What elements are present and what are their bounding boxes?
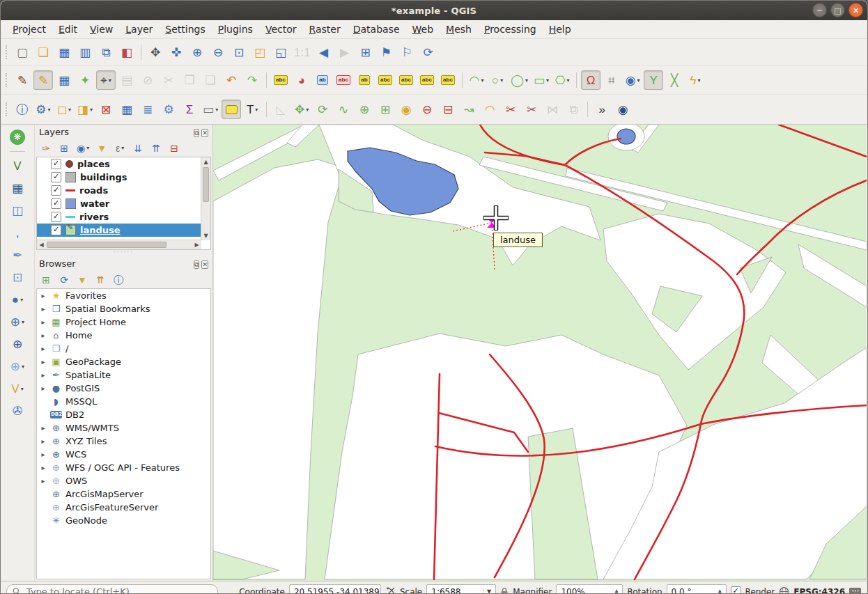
zoom-full[interactable]: ⊡ xyxy=(229,42,249,62)
add-spatialite-layer[interactable]: ✒ xyxy=(8,245,27,265)
new-virtual-layer[interactable]: V ▾ xyxy=(8,379,27,398)
layer-row[interactable]: ✓ rivers xyxy=(37,210,201,224)
layer-visibility-checkbox[interactable]: ✓ xyxy=(51,225,61,235)
browser-tree-item[interactable]: ▸ ⊕ XYZ Tiles xyxy=(37,435,210,448)
field-calculator[interactable]: ≣ xyxy=(138,100,157,119)
expand-arrow-icon[interactable]: ▸ xyxy=(40,371,47,379)
rotate-label[interactable]: abc xyxy=(417,70,437,90)
scroll-left-arrow[interactable]: ◀ xyxy=(37,240,46,249)
paste-features[interactable]: ❏ xyxy=(201,70,220,90)
add-raster-layer[interactable]: ▦ xyxy=(8,178,27,198)
scale-combobox[interactable]: 1:6588 ▼ xyxy=(426,584,496,594)
reshape-features[interactable]: ↝ xyxy=(459,100,479,119)
menu-web[interactable]: Web xyxy=(406,22,440,37)
layer-row[interactable]: ✓ water xyxy=(37,197,201,210)
open-project[interactable]: ❏ xyxy=(33,42,53,62)
cut-features[interactable]: ✂ xyxy=(159,70,178,90)
browser-tree-item[interactable]: DB2 DB2 xyxy=(37,408,210,421)
change-label[interactable]: abc xyxy=(438,70,458,90)
add-ellipse[interactable]: ◯ ▾ xyxy=(509,70,530,90)
toggle-extents-icon[interactable] xyxy=(385,586,396,594)
map-canvas[interactable]: landuse xyxy=(213,125,867,581)
browser-tree-item[interactable]: ▸ ▦ Project Home xyxy=(37,315,210,329)
split-features[interactable]: ✂ xyxy=(501,100,520,119)
scrollbar-thumb[interactable] xyxy=(47,242,166,248)
magnifier-spinbox[interactable]: 100% ▲▼ xyxy=(556,584,623,594)
snapping-options[interactable]: ◉ ▾ xyxy=(623,70,642,90)
filter-by-expression[interactable]: ε ▾ xyxy=(112,141,127,156)
copy-features[interactable]: ❐ xyxy=(180,70,199,90)
menu-help[interactable]: Help xyxy=(543,22,578,37)
expand-arrow-icon[interactable]: ▸ xyxy=(40,424,47,432)
refresh-browser[interactable]: ⟳ xyxy=(56,272,72,288)
enable-snapping[interactable]: Ω xyxy=(581,70,600,90)
filter-legend[interactable]: ▼ xyxy=(94,141,109,156)
expand-arrow-icon[interactable]: ▸ xyxy=(40,477,47,485)
layer-diagram[interactable]: ◕ xyxy=(292,70,311,90)
float-panel-button[interactable]: ⧉ xyxy=(194,129,199,137)
show-layout-manager[interactable]: ⧉ xyxy=(96,42,116,62)
manage-map-themes[interactable]: ◉ ▾ xyxy=(75,141,91,156)
move-feature[interactable]: ✥ ▾ xyxy=(292,100,311,119)
run-feature-action[interactable]: ⚙ ▾ xyxy=(33,100,53,119)
add-wfs-layer[interactable]: ⊕ ▾ xyxy=(8,357,27,376)
measure[interactable]: ▭ ▾ xyxy=(201,100,220,119)
close-panel-button[interactable]: ✕ xyxy=(201,260,208,269)
panel-splitter-handle[interactable]: ······ xyxy=(35,250,212,256)
browser-tree-item[interactable]: ▸ ● PostGIS xyxy=(37,382,210,395)
menu-layer[interactable]: Layer xyxy=(119,22,159,37)
open-attribute-table[interactable]: ▦ xyxy=(117,100,137,119)
avoid-intersections[interactable]: ╳ xyxy=(665,70,684,90)
layer-visibility-checkbox[interactable]: ✓ xyxy=(51,172,61,182)
new-print-layout[interactable]: ▥ xyxy=(75,42,95,62)
expand-arrow-icon[interactable]: ▸ xyxy=(40,345,47,352)
scroll-up-arrow[interactable]: ▲ xyxy=(201,157,210,166)
merge-features[interactable]: ⋈ xyxy=(543,100,562,119)
collapse-all[interactable]: ⇈ xyxy=(148,141,164,156)
text-annotation[interactable]: T ▾ xyxy=(242,100,262,119)
map-tips[interactable] xyxy=(222,100,241,119)
expand-arrow-icon[interactable]: ▸ xyxy=(40,451,47,458)
layer-row[interactable]: ✓ buildings xyxy=(37,171,201,184)
menu-project[interactable]: Project xyxy=(6,22,52,37)
add-delimited-text-layer[interactable]: , xyxy=(8,223,27,242)
add-rectangle[interactable]: ▭ ▾ xyxy=(532,70,551,90)
show-spatial-bookmarks[interactable]: ⚐ xyxy=(398,42,417,62)
open-layer-styling[interactable]: ✑ xyxy=(38,141,54,156)
add-ring[interactable]: ⊕ xyxy=(355,100,374,119)
style-manager[interactable]: ◧ xyxy=(117,42,137,62)
zoom-next[interactable]: ▶ xyxy=(335,42,355,62)
pan-map[interactable]: ✥ xyxy=(146,42,165,62)
offset-curve[interactable]: ◠ xyxy=(480,100,499,119)
layer-row[interactable]: ✓ places xyxy=(37,157,201,171)
close-panel-button[interactable]: ✕ xyxy=(201,129,208,137)
maximize-button[interactable]: □ xyxy=(830,3,845,17)
menu-plugins[interactable]: Plugins xyxy=(212,22,259,37)
scale-bar[interactable]: ◺ xyxy=(271,100,290,119)
add-circle[interactable]: ○ ▾ xyxy=(488,70,507,90)
browser-tree-item[interactable]: ⊕ ArcGisFeatureServer xyxy=(37,501,210,514)
expand-arrow-icon[interactable]: ▸ xyxy=(40,358,47,366)
layer-row[interactable]: ✓ roads xyxy=(37,184,201,197)
save-project[interactable]: ▦ xyxy=(54,42,74,62)
highlight-pinned-labels[interactable]: abc xyxy=(334,70,353,90)
metasearch[interactable]: ◉ xyxy=(613,100,633,119)
add-regular-polygon[interactable]: ⎔ ▾ xyxy=(552,70,572,90)
delete-part[interactable]: ⊟ xyxy=(438,100,458,119)
gps-tools[interactable]: ✇ xyxy=(8,401,27,421)
layer-visibility-checkbox[interactable]: ✓ xyxy=(51,159,61,169)
pan-to-selection[interactable]: ✜ xyxy=(166,42,186,62)
modify-attributes[interactable]: ▤ xyxy=(117,70,137,90)
menu-mesh[interactable]: Mesh xyxy=(440,22,478,37)
menu-processing[interactable]: Processing xyxy=(478,22,543,37)
merge-attributes[interactable]: ⧉ xyxy=(564,100,583,119)
layer-row[interactable]: ✓ ✎ landuse xyxy=(37,224,201,237)
expand-arrow-icon[interactable]: ▸ xyxy=(40,437,47,445)
simplify-feature[interactable]: ∿ xyxy=(334,100,353,119)
zoom-last[interactable]: ◀ xyxy=(314,42,334,62)
render-checkbox[interactable]: ✓ xyxy=(731,586,741,594)
add-wms-layer[interactable]: ⊕ ▾ xyxy=(8,312,27,331)
move-label[interactable]: ab xyxy=(355,70,374,90)
zoom-to-selection[interactable]: ◰ xyxy=(250,42,270,62)
expand-arrow-icon[interactable]: ▸ xyxy=(40,305,47,313)
